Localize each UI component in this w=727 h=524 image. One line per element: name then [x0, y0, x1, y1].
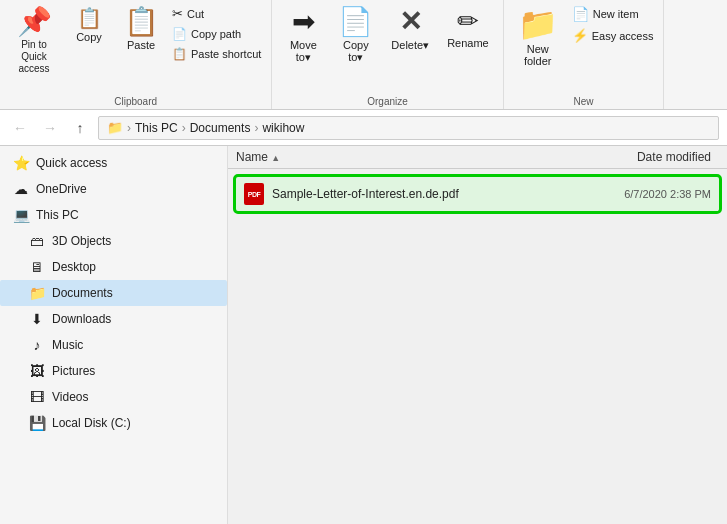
downloads-label: Downloads: [52, 312, 111, 326]
pin-icon: 📌: [17, 8, 52, 36]
onedrive-icon: ☁: [12, 181, 30, 197]
new-items: 📁 Newfolder 📄 New item ⚡ Easy access: [510, 4, 658, 94]
desktop-label: Desktop: [52, 260, 96, 274]
path-folder-icon: 📁: [107, 120, 123, 135]
move-to-button[interactable]: ➡ Moveto▾: [278, 4, 328, 68]
sidebar-item-downloads[interactable]: ⬇ Downloads: [0, 306, 227, 332]
paste-section: 📋 Paste ✂ Cut 📄 Copy path 📋: [116, 4, 265, 63]
delete-button[interactable]: ✕ Delete▾: [383, 4, 437, 56]
content-area: Name ▲ Date modified PDF Sample-Letter-o…: [228, 146, 727, 524]
copy-to-label: Copyto▾: [343, 39, 369, 64]
pdf-icon: PDF: [244, 183, 264, 205]
cut-button[interactable]: ✂ Cut: [168, 4, 265, 23]
rename-label: Rename: [447, 37, 489, 49]
local-disk-icon: 💾: [28, 415, 46, 431]
paste-stack: ✂ Cut 📄 Copy path 📋 Paste shortcut: [168, 4, 265, 63]
file-name: Sample-Letter-of-Interest.en.de.pdf: [272, 187, 573, 201]
copy-path-button[interactable]: 📄 Copy path: [168, 25, 265, 43]
copy-button[interactable]: 📋 Copy: [64, 4, 114, 47]
quick-access-icon: ⭐: [12, 155, 30, 171]
organize-group: ➡ Moveto▾ 📄 Copyto▾ ✕ Delete▾ ✏ Rename O…: [272, 0, 503, 109]
ribbon-groups: 📌 Pin to Quick access 📋 Copy 📋 Paste: [0, 0, 727, 109]
sidebar-item-this-pc[interactable]: 💻 This PC: [0, 202, 227, 228]
path-wikihow[interactable]: wikihow: [262, 121, 304, 135]
easy-access-label: Easy access: [592, 30, 654, 42]
name-col-label: Name: [236, 150, 268, 164]
sidebar-item-videos[interactable]: 🎞 Videos: [0, 384, 227, 410]
sidebar-item-local-disk[interactable]: 💾 Local Disk (C:): [0, 410, 227, 436]
new-folder-icon: 📁: [518, 8, 558, 40]
sidebar-item-quick-access[interactable]: ⭐ Quick access: [0, 150, 227, 176]
sidebar-item-pictures[interactable]: 🖼 Pictures: [0, 358, 227, 384]
file-item-pdf[interactable]: PDF Sample-Letter-of-Interest.en.de.pdf …: [236, 177, 719, 211]
copy-label: Copy: [76, 31, 102, 43]
new-item-button[interactable]: 📄 New item: [568, 4, 658, 24]
organize-label: Organize: [367, 96, 408, 107]
sort-icon: ▲: [271, 153, 280, 163]
this-pc-icon: 💻: [12, 207, 30, 223]
sidebar-item-desktop[interactable]: 🖥 Desktop: [0, 254, 227, 280]
delete-label: Delete▾: [391, 39, 429, 52]
clipboard-label: Clipboard: [114, 96, 157, 107]
new-item-label: New item: [593, 8, 639, 20]
copy-path-label: Copy path: [191, 28, 241, 40]
onedrive-label: OneDrive: [36, 182, 87, 196]
move-icon: ➡: [292, 8, 315, 36]
documents-label: Documents: [52, 286, 113, 300]
file-list: PDF Sample-Letter-of-Interest.en.de.pdf …: [228, 169, 727, 219]
3d-objects-icon: 🗃: [28, 233, 46, 249]
rename-icon: ✏: [457, 8, 479, 34]
pin-to-quick-button[interactable]: 📌 Pin to Quick access: [6, 4, 62, 79]
3d-objects-label: 3D Objects: [52, 234, 111, 248]
clipboard-group: 📌 Pin to Quick access 📋 Copy 📋 Paste: [0, 0, 272, 109]
pictures-label: Pictures: [52, 364, 95, 378]
path-this-pc[interactable]: This PC: [135, 121, 178, 135]
path-sep1: ›: [127, 121, 131, 135]
cut-icon: ✂: [172, 6, 183, 21]
ribbon: 📌 Pin to Quick access 📋 Copy 📋 Paste: [0, 0, 727, 110]
organize-items: ➡ Moveto▾ 📄 Copyto▾ ✕ Delete▾ ✏ Rename: [278, 4, 496, 94]
desktop-icon: 🖥: [28, 259, 46, 275]
sidebar-item-3d-objects[interactable]: 🗃 3D Objects: [0, 228, 227, 254]
paste-label: Paste: [127, 39, 155, 51]
forward-button[interactable]: →: [38, 116, 62, 140]
file-date: 6/7/2020 2:38 PM: [581, 188, 711, 200]
pin-label: Pin to Quick access: [14, 39, 54, 75]
copy-path-icon: 📄: [172, 27, 187, 41]
easy-access-button[interactable]: ⚡ Easy access: [568, 26, 658, 45]
sidebar-item-documents[interactable]: 📁 Documents: [0, 280, 227, 306]
path-documents[interactable]: Documents: [190, 121, 251, 135]
column-header: Name ▲ Date modified: [228, 146, 727, 169]
path-sep3: ›: [254, 121, 258, 135]
back-button[interactable]: ←: [8, 116, 32, 140]
address-path[interactable]: 📁 › This PC › Documents › wikihow: [98, 116, 719, 140]
paste-button[interactable]: 📋 Paste: [116, 4, 166, 63]
videos-label: Videos: [52, 390, 88, 404]
path-sep2: ›: [182, 121, 186, 135]
main-area: ⭐ Quick access ☁ OneDrive 💻 This PC 🗃 3D…: [0, 146, 727, 524]
new-folder-button[interactable]: 📁 Newfolder: [510, 4, 566, 71]
new-group: 📁 Newfolder 📄 New item ⚡ Easy access New: [504, 0, 665, 109]
paste-shortcut-button[interactable]: 📋 Paste shortcut: [168, 45, 265, 63]
address-bar: ← → ↑ 📁 › This PC › Documents › wikihow: [0, 110, 727, 146]
new-label: New: [574, 96, 594, 107]
copy-to-icon: 📄: [338, 8, 373, 36]
clipboard-items: 📌 Pin to Quick access 📋 Copy 📋 Paste: [6, 4, 265, 94]
rename-button[interactable]: ✏ Rename: [439, 4, 497, 53]
copy-to-button[interactable]: 📄 Copyto▾: [330, 4, 381, 68]
music-label: Music: [52, 338, 83, 352]
up-button[interactable]: ↑: [68, 116, 92, 140]
name-column-header[interactable]: Name ▲: [236, 150, 581, 164]
cut-label: Cut: [187, 8, 204, 20]
this-pc-label: This PC: [36, 208, 79, 222]
paste-icon: 📋: [124, 8, 159, 36]
easy-access-icon: ⚡: [572, 28, 588, 43]
delete-icon: ✕: [399, 8, 422, 36]
sidebar-item-music[interactable]: ♪ Music: [0, 332, 227, 358]
move-label: Moveto▾: [290, 39, 317, 64]
new-folder-label: Newfolder: [524, 43, 552, 67]
new-stack: 📄 New item ⚡ Easy access: [568, 4, 658, 45]
music-icon: ♪: [28, 337, 46, 353]
date-column-header[interactable]: Date modified: [589, 150, 719, 164]
sidebar-item-onedrive[interactable]: ☁ OneDrive: [0, 176, 227, 202]
